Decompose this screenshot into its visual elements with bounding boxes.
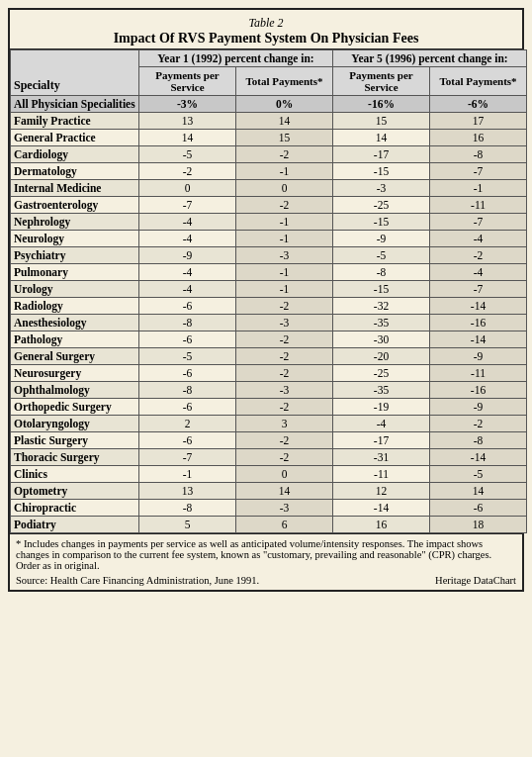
y5-tp-cell: -11: [430, 365, 527, 382]
y1-pps-cell: 13: [139, 113, 236, 130]
y1-tp-cell: 15: [236, 130, 333, 146]
y5-tp-header: Total Payments*: [430, 67, 527, 96]
table-row: Clinics-10-11-5: [11, 466, 527, 483]
y5-pps-cell: -16%: [333, 96, 430, 113]
y5-pps-cell: -32: [333, 298, 430, 315]
y1-pps-cell: -8: [139, 382, 236, 399]
y1-tp-cell: -2: [236, 197, 333, 214]
y1-tp-header: Total Payments*: [236, 67, 333, 96]
y1-tp-cell: -3: [236, 247, 333, 264]
y1-tp-cell: 6: [236, 517, 333, 533]
specialty-cell: Family Practice: [11, 113, 139, 130]
y1-tp-cell: -2: [236, 348, 333, 365]
table-row: Chiropractic-8-3-14-6: [11, 500, 527, 517]
y1-pps-cell: 14: [139, 130, 236, 146]
table-row: Ophthalmology-8-3-35-16: [11, 382, 527, 399]
table-row: Nephrology-4-1-15-7: [11, 214, 527, 231]
y1-pps-cell: -6: [139, 432, 236, 449]
y1-tp-cell: -2: [236, 298, 333, 315]
y1-tp-cell: -1: [236, 264, 333, 281]
y5-tp-cell: -9: [430, 399, 527, 416]
source-left: Source: Health Care Financing Administra…: [16, 575, 259, 586]
y1-pps-cell: -5: [139, 146, 236, 163]
footnote-area: * Includes changes in payments per servi…: [10, 533, 522, 590]
y1-pps-header: Payments per Service: [139, 67, 236, 96]
y1-tp-cell: 14: [236, 483, 333, 500]
y1-tp-cell: -1: [236, 281, 333, 298]
y5-pps-cell: -5: [333, 247, 430, 264]
y5-pps-cell: -25: [333, 365, 430, 382]
y5-tp-cell: 14: [430, 483, 527, 500]
y5-tp-cell: -2: [430, 247, 527, 264]
y5-pps-cell: -17: [333, 432, 430, 449]
table-container: Table 2 Impact Of RVS Payment System On …: [8, 8, 524, 592]
y1-tp-cell: -2: [236, 365, 333, 382]
specialty-cell: Ophthalmology: [11, 382, 139, 399]
y5-tp-cell: -2: [430, 416, 527, 432]
specialty-cell: Internal Medicine: [11, 180, 139, 197]
specialty-cell: Otolaryngology: [11, 416, 139, 432]
y1-pps-cell: -6: [139, 298, 236, 315]
table-row: Radiology-6-2-32-14: [11, 298, 527, 315]
y1-tp-cell: -2: [236, 331, 333, 348]
y1-tp-cell: -2: [236, 146, 333, 163]
y5-pps-cell: -8: [333, 264, 430, 281]
y1-tp-cell: -1: [236, 231, 333, 247]
specialty-cell: Radiology: [11, 298, 139, 315]
y5-tp-cell: -16: [430, 315, 527, 331]
y5-tp-cell: 17: [430, 113, 527, 130]
y5-pps-cell: -25: [333, 197, 430, 214]
y5-pps-cell: -35: [333, 382, 430, 399]
y1-pps-cell: -9: [139, 247, 236, 264]
y5-pps-cell: -30: [333, 331, 430, 348]
y5-tp-cell: 16: [430, 130, 527, 146]
y1-pps-cell: -2: [139, 163, 236, 180]
data-table: Specialty Year 1 (1992) percent change i…: [10, 49, 527, 533]
table-row: Orthopedic Surgery-6-2-19-9: [11, 399, 527, 416]
specialty-cell: Podiatry: [11, 517, 139, 533]
y5-tp-cell: -5: [430, 466, 527, 483]
y5-pps-cell: -15: [333, 163, 430, 180]
table-row: Podiatry561618: [11, 517, 527, 533]
y5-pps-cell: -15: [333, 281, 430, 298]
specialty-cell: All Physician Specialities: [11, 96, 139, 113]
specialty-cell: Pulmonary: [11, 264, 139, 281]
y1-tp-cell: 0: [236, 466, 333, 483]
y1-tp-cell: -3: [236, 315, 333, 331]
y5-tp-cell: -4: [430, 264, 527, 281]
table-row: Pathology-6-2-30-14: [11, 331, 527, 348]
table-row: Urology-4-1-15-7: [11, 281, 527, 298]
table-row: General Surgery-5-2-20-9: [11, 348, 527, 365]
y5-pps-cell: -19: [333, 399, 430, 416]
specialty-cell: Clinics: [11, 466, 139, 483]
specialty-cell: Optometry: [11, 483, 139, 500]
specialty-cell: Gastroenterology: [11, 197, 139, 214]
y5-pps-cell: -20: [333, 348, 430, 365]
specialty-cell: Nephrology: [11, 214, 139, 231]
specialty-cell: General Surgery: [11, 348, 139, 365]
y1-tp-cell: -2: [236, 432, 333, 449]
y5-pps-cell: -14: [333, 500, 430, 517]
y1-pps-cell: -4: [139, 281, 236, 298]
table-title-area: Table 2 Impact Of RVS Payment System On …: [10, 10, 522, 49]
specialty-cell: Pathology: [11, 331, 139, 348]
y5-pps-cell: 12: [333, 483, 430, 500]
y1-pps-cell: -4: [139, 214, 236, 231]
table-number: Table 2: [14, 16, 518, 31]
y5-pps-cell: -11: [333, 466, 430, 483]
table-row: Gastroenterology-7-2-25-11: [11, 197, 527, 214]
table-heading: Impact Of RVS Payment System On Physicia…: [14, 31, 518, 47]
year1-group-header: Year 1 (1992) percent change in:: [139, 50, 333, 67]
y1-tp-cell: 0%: [236, 96, 333, 113]
table-row: Neurosurgery-6-2-25-11: [11, 365, 527, 382]
specialty-cell: Neurology: [11, 231, 139, 247]
specialty-cell: Cardiology: [11, 146, 139, 163]
specialty-cell: Neurosurgery: [11, 365, 139, 382]
table-row: All Physician Specialities-3%0%-16%-6%: [11, 96, 527, 113]
y5-tp-cell: -1: [430, 180, 527, 197]
specialty-cell: Plastic Surgery: [11, 432, 139, 449]
y1-pps-cell: 2: [139, 416, 236, 432]
y1-tp-cell: 14: [236, 113, 333, 130]
y5-tp-cell: -8: [430, 146, 527, 163]
y1-tp-cell: 0: [236, 180, 333, 197]
